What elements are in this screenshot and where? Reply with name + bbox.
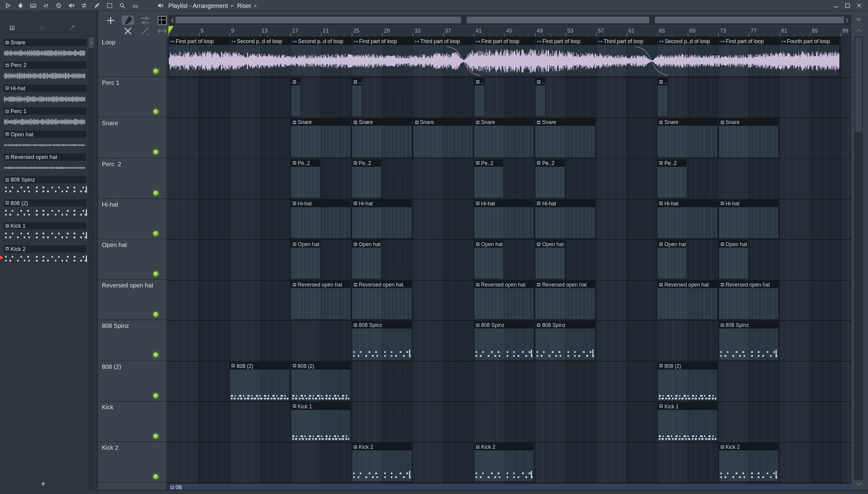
clip-loop[interactable]: ..: [535, 77, 546, 117]
picker-scrollbar-thumb[interactable]: [88, 37, 94, 48]
clip-loop[interactable]: ..: [291, 77, 301, 117]
loop-marker[interactable]: ↦First part of loop: [169, 38, 229, 45]
track-name[interactable]: Snare: [102, 120, 118, 126]
midi-ports-icon[interactable]: [42, 1, 50, 10]
add-sample-button[interactable]: +: [36, 479, 51, 489]
clip-kick-2[interactable]: Kick 2: [718, 443, 779, 482]
clip-pe-2[interactable]: Pe..2: [474, 159, 504, 198]
loop-marker[interactable]: ↦First part of loop: [719, 38, 779, 45]
track-enable-led[interactable]: [153, 109, 159, 114]
minimap-thumb[interactable]: [175, 17, 461, 23]
picker-item-label-bar[interactable]: Perc 2: [4, 62, 86, 69]
track-header-open-hat[interactable]: ···Open hat: [98, 239, 167, 280]
clip-snare[interactable]: Snare: [291, 118, 351, 158]
track-enable-led[interactable]: [153, 271, 159, 277]
picker-item-label-bar[interactable]: Hi-hat: [4, 85, 86, 92]
picker-item-label-bar[interactable]: Open hat: [4, 131, 86, 138]
marquee-icon[interactable]: [105, 1, 114, 10]
vertical-scrollbar[interactable]: [854, 37, 863, 479]
tool-slice-button[interactable]: [139, 26, 151, 35]
clip-0b[interactable]: 0B: [168, 483, 851, 490]
clip-808-2[interactable]: 808 (2): [229, 362, 290, 401]
clip-reversed-open-hat[interactable]: Reversed open hat: [535, 281, 595, 320]
picker-item-hi-hat[interactable]: Hi-hat···: [4, 85, 86, 107]
clip-hi-hat[interactable]: Hi-hat: [474, 200, 534, 239]
track-header-808-2[interactable]: ···808 (2): [98, 361, 167, 401]
picker-item-label-bar[interactable]: Perc 1: [4, 108, 86, 115]
track-name[interactable]: 808 (2): [102, 363, 121, 370]
track-enable-led[interactable]: [153, 150, 159, 155]
clip-loop[interactable]: ..: [352, 77, 362, 117]
track-header-kick[interactable]: ···Kick: [98, 401, 167, 442]
track-header-808-spinz[interactable]: ···808 Spinz: [98, 320, 167, 361]
typing-keyboard-icon[interactable]: [29, 1, 38, 10]
clip-open-hat[interactable]: Open hat: [718, 240, 748, 279]
loop-marker[interactable]: ↦Third part of loop: [597, 38, 657, 45]
track-enable-led[interactable]: [153, 474, 159, 479]
clip-hi-hat[interactable]: Hi-hat: [718, 200, 779, 239]
swap-icon[interactable]: [80, 1, 88, 10]
clip-pe-2[interactable]: Pe..2: [535, 159, 565, 198]
track-enable-led[interactable]: [153, 231, 159, 236]
clip-loop[interactable]: ..: [657, 77, 668, 117]
clip-snare[interactable]: Snare: [352, 118, 412, 158]
clip-kick-2[interactable]: Kick 2: [474, 443, 534, 482]
picker-item-808-spinz[interactable]: 808 Spinz···: [4, 176, 86, 198]
track-header-hi-hat[interactable]: ···Hi-hat: [98, 199, 167, 239]
picker-item-reversed-open-hat[interactable]: Reversed open hat···: [4, 153, 86, 175]
clip-kick-1[interactable]: Kick 1: [657, 402, 718, 441]
track-header-snare[interactable]: ···Snare: [98, 118, 167, 158]
loop-marker[interactable]: ↦Second p..d of loop: [658, 38, 717, 45]
clip-808-spinz[interactable]: 808 Spinz: [474, 321, 534, 360]
loop-marker[interactable]: ↦First part of loop: [474, 38, 534, 45]
clip-reversed-open-hat[interactable]: Reversed open hat: [291, 281, 351, 320]
clip-hi-hat[interactable]: Hi-hat: [657, 200, 718, 239]
fl-logo-icon[interactable]: [16, 1, 25, 10]
track-enable-led[interactable]: [153, 190, 159, 195]
loop-marker[interactable]: ↦Second p..d of loop: [291, 38, 351, 45]
tool-slip-button[interactable]: [139, 15, 151, 25]
clip-hi-hat[interactable]: Hi-hat: [352, 200, 412, 239]
no-snap-icon[interactable]: [54, 1, 63, 10]
panel-options-icon[interactable]: [854, 15, 863, 24]
clip-open-hat[interactable]: Open hat: [535, 240, 565, 279]
zoom-icon[interactable]: [118, 1, 126, 10]
scroll-right-icon[interactable]: [843, 16, 851, 25]
timeline-ruler[interactable]: 5913172125293337414549535761656973778185…: [168, 26, 851, 37]
clip-pe-2[interactable]: Pe..2: [291, 159, 321, 198]
track-header-perc-1[interactable]: ···Perc 1: [98, 77, 167, 118]
picker-item-label-bar[interactable]: Snare: [4, 39, 86, 46]
clip-reversed-open-hat[interactable]: Reversed open hat: [474, 281, 534, 320]
track-enable-led[interactable]: [153, 312, 159, 317]
track-header-reversed-open-hat[interactable]: ···Reversed open hat: [98, 280, 167, 320]
clip-pe-2[interactable]: Pe..2: [657, 159, 688, 198]
clip-hi-hat[interactable]: Hi-hat: [535, 200, 595, 239]
scroll-down-button[interactable]: [854, 480, 863, 489]
loop-marker[interactable]: ↦First part of loop: [536, 38, 595, 45]
track-header-perc-2[interactable]: ···Perc 2: [98, 158, 167, 199]
tool-grid-snap-button[interactable]: [156, 15, 168, 25]
picker-item-perc-1[interactable]: Perc 1···: [4, 108, 86, 130]
loop-marker[interactable]: ↦Third part of loop: [413, 38, 473, 45]
track-header-loop[interactable]: ···: [98, 482, 167, 490]
clip-snare[interactable]: Snare: [413, 118, 473, 158]
picker-item-label-bar[interactable]: Kick 2: [4, 245, 86, 252]
scroll-up-button[interactable]: [854, 26, 863, 35]
track-header-loop[interactable]: ···Loop: [98, 37, 167, 77]
track-name[interactable]: Kick: [102, 404, 113, 411]
track-menu-dots[interactable]: ···: [110, 481, 116, 486]
loop-marker[interactable]: ↦Fourth part of loop: [780, 38, 840, 45]
picker-item-label-bar[interactable]: 808 (2): [4, 200, 86, 207]
track-name[interactable]: Perc 2: [102, 160, 121, 167]
track-name[interactable]: Loop: [102, 39, 115, 45]
clip-open-hat[interactable]: Open hat: [657, 240, 688, 279]
picker-item-label-bar[interactable]: Reversed open hat: [4, 153, 86, 161]
vertical-scrollbar-thumb[interactable]: [855, 38, 862, 132]
clip-808-spinz[interactable]: 808 Spinz: [352, 321, 412, 360]
track-name[interactable]: Open hat: [102, 242, 127, 248]
minimap-thumb[interactable]: [655, 17, 844, 23]
picker-item-label-bar[interactable]: 808 Spinz: [4, 176, 86, 184]
clip-kick-1[interactable]: Kick 1: [291, 402, 351, 441]
clip-pe-2[interactable]: Pe..2: [352, 159, 382, 198]
track-name[interactable]: 808 Spinz: [102, 323, 129, 329]
